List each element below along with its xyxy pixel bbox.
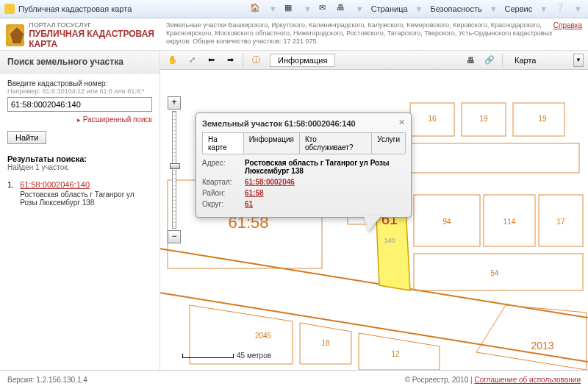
link-icon[interactable]: 🔗: [481, 53, 498, 68]
pan-icon[interactable]: ✋: [165, 53, 181, 68]
tab-title: Публичная кадастровая карта: [18, 4, 132, 13]
zoom-handle[interactable]: [170, 163, 180, 169]
zoom-track[interactable]: [172, 111, 176, 229]
svg-text:54: 54: [490, 269, 499, 277]
svg-text:94: 94: [442, 218, 451, 226]
tab-onmap[interactable]: На карте: [202, 132, 244, 154]
svg-text:19: 19: [479, 115, 488, 123]
layer-select[interactable]: Карта: [512, 55, 570, 65]
browser-bar: Публичная кадастровая карта 🏠 ▼ ▦ ▼ ✉ 🖶 …: [0, 0, 588, 18]
svg-text:19: 19: [538, 115, 547, 123]
zoombox-icon[interactable]: ⤢: [184, 53, 200, 68]
addr-value: Ростовская область г Таганрог ул Розы Лю…: [245, 159, 405, 175]
cadastral-input[interactable]: [7, 97, 152, 112]
scale-bar: 45 метров: [182, 351, 271, 360]
footer: Версия: 1.2.156.130.1.4 © Росреестр, 201…: [0, 370, 588, 389]
svg-text:18: 18: [321, 339, 330, 347]
portal-label: ПОРТАЛ ГОСУСЛУГ: [29, 21, 160, 29]
browser-tab[interactable]: Публичная кадастровая карта: [4, 4, 132, 14]
scale-label: 45 метров: [237, 351, 271, 360]
chevron-down-icon[interactable]: ▼: [573, 54, 584, 67]
terms-link[interactable]: Соглашение об использовании: [474, 376, 581, 384]
menu-safety[interactable]: Безопасность: [430, 4, 481, 13]
kvartal-label: Квартал:: [202, 178, 245, 186]
header: ПОРТАЛ ГОСУСЛУГ ПУБЛИЧНАЯ КАДАСТРОВАЯ КА…: [0, 18, 588, 51]
result-address: Ростовская область г Таганрог ул Розы Лю…: [20, 190, 152, 207]
result-link[interactable]: 61:58:0002046:140: [20, 180, 90, 189]
tab-services[interactable]: Услуги: [371, 132, 406, 154]
print-map-icon[interactable]: 🖶: [462, 53, 478, 68]
sidebar: Поиск земельного участка Введите кадастр…: [0, 51, 160, 370]
zoom-slider: + −: [168, 96, 181, 243]
svg-text:12: 12: [391, 350, 400, 358]
print-icon[interactable]: 🖶: [337, 3, 348, 15]
find-button[interactable]: Найти: [7, 131, 46, 144]
version-label: Версия: 1.2.156.130.1.4: [7, 376, 87, 384]
browser-toolbar: 🏠 ▼ ▦ ▼ ✉ 🖶 ▼ Страница▼ Безопасность▼ Се…: [250, 3, 584, 15]
menu-page[interactable]: Страница: [371, 4, 408, 13]
rayon-link[interactable]: 61:58: [245, 189, 264, 197]
addr-label: Адрес:: [202, 159, 245, 175]
help-icon[interactable]: ❔: [555, 3, 567, 15]
info-tab[interactable]: Информация: [270, 54, 335, 67]
okrug-link[interactable]: 61: [245, 200, 253, 208]
svg-text:17: 17: [556, 218, 565, 226]
feed-icon[interactable]: ▦: [284, 3, 296, 15]
svg-line-1: [160, 246, 588, 320]
popup-title: Земельный участок 61:58:0002046:140: [202, 119, 405, 128]
svg-text:114: 114: [503, 218, 516, 226]
popup-tail-icon: [364, 215, 381, 232]
search-header: Поиск земельного участка: [0, 51, 159, 74]
result-number: 1.: [7, 180, 14, 207]
tab-who[interactable]: Кто обслуживает?: [299, 132, 372, 154]
zoom-in-button[interactable]: +: [168, 96, 181, 110]
menu-service[interactable]: Сервис: [505, 4, 533, 13]
back-icon[interactable]: ⬅: [203, 53, 219, 68]
zoom-out-button[interactable]: −: [168, 230, 181, 243]
parcel-popup: ✕ Земельный участок 61:58:0002046:140 На…: [196, 113, 412, 218]
advanced-search-link[interactable]: Расширенный поиск: [77, 115, 152, 124]
svg-text:140: 140: [384, 237, 395, 244]
svg-text:16: 16: [428, 115, 437, 123]
forward-icon[interactable]: ➡: [222, 53, 238, 68]
logo-icon: [6, 24, 24, 46]
header-description: Земельные участки Башкирского, Иркутског…: [160, 21, 553, 45]
copyright: © Росреестр, 2010: [405, 376, 469, 384]
tab-info[interactable]: Информация: [243, 132, 300, 154]
map-canvas[interactable]: 61:58 61 :046 140 16 19 19 14 94 17 114 …: [160, 70, 588, 370]
map-toolbar: ✋ ⤢ ⬅ ➡ ⓘ Информация 🖶 🔗 Карта ▼: [160, 51, 588, 70]
kvartal-link[interactable]: 61:58:0002046: [245, 178, 295, 186]
map-area: ✋ ⤢ ⬅ ➡ ⓘ Информация 🖶 🔗 Карта ▼: [160, 51, 588, 370]
rayon-label: Район:: [202, 189, 245, 197]
home-icon[interactable]: 🏠: [250, 3, 262, 15]
mail-icon[interactable]: ✉: [319, 3, 331, 15]
close-icon[interactable]: ✕: [396, 118, 406, 128]
input-label: Введите кадастровый номер:: [7, 79, 152, 88]
svg-rect-6: [410, 143, 579, 173]
page-title: ПУБЛИЧНАЯ КАДАСТРОВАЯ КАРТА: [29, 29, 160, 49]
svg-text:2045: 2045: [255, 332, 272, 340]
results-count: Найден 1 участок.: [7, 163, 152, 171]
svg-text:2013: 2013: [531, 340, 553, 351]
list-item: 1. 61:58:0002046:140 Ростовская область …: [7, 180, 152, 207]
identify-icon[interactable]: ⓘ: [248, 53, 264, 68]
results-title: Результаты поиска:: [7, 154, 152, 163]
input-hint: Например: 61:6:10104:12 или 61:6 или 61:…: [7, 88, 152, 95]
favicon-icon: [4, 4, 15, 14]
okrug-label: Округ:: [202, 200, 245, 208]
help-link[interactable]: Справка: [553, 21, 582, 29]
